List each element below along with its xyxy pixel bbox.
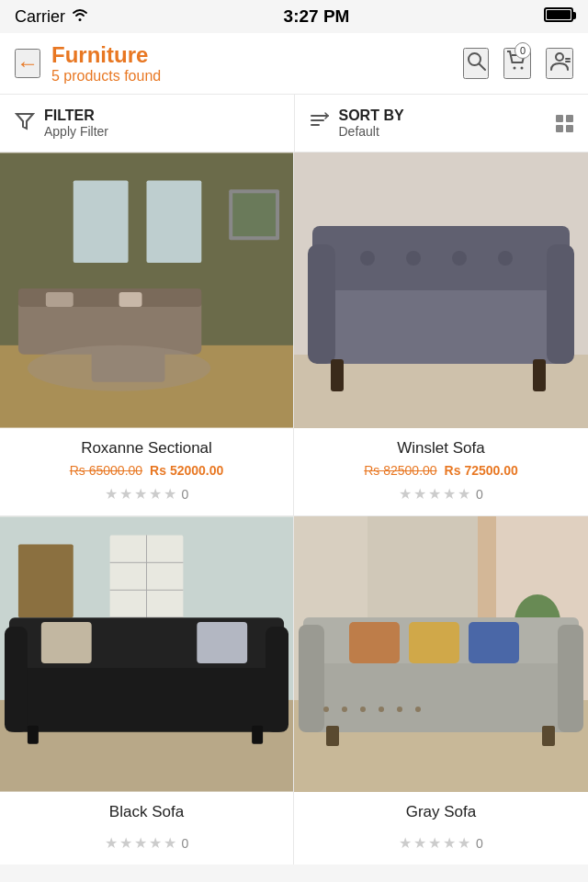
carrier-text: Carrier [15, 7, 89, 27]
product-image [0, 516, 293, 792]
product-image [294, 153, 588, 428]
svg-rect-48 [266, 627, 288, 732]
product-rating: ★ ★ ★ ★ ★ 0 [9, 834, 284, 852]
svg-rect-20 [46, 292, 74, 307]
svg-point-31 [498, 251, 513, 266]
filter-sort-bar: FILTER Apply Filter SORT BY Default [0, 95, 588, 153]
original-price: Rs 82500.00 [364, 463, 436, 478]
cart-button[interactable]: 0 [503, 48, 531, 79]
svg-point-69 [397, 707, 402, 712]
svg-line-1 [480, 64, 486, 71]
user-button[interactable] [546, 48, 573, 79]
svg-rect-27 [312, 226, 570, 290]
svg-rect-73 [469, 622, 519, 663]
back-button[interactable]: ← [15, 49, 40, 78]
svg-point-28 [360, 251, 375, 266]
svg-rect-45 [9, 659, 284, 732]
svg-point-3 [521, 67, 524, 70]
cart-badge: 0 [514, 42, 531, 59]
sort-label: SORT BY [339, 107, 548, 124]
svg-point-66 [342, 707, 347, 712]
svg-rect-75 [542, 726, 555, 746]
svg-rect-15 [147, 180, 202, 263]
svg-rect-43 [18, 544, 74, 617]
search-button[interactable] [463, 48, 489, 79]
filter-label: FILTER [44, 107, 279, 124]
svg-point-4 [556, 53, 563, 61]
product-card[interactable]: Black Sofa ★ ★ ★ ★ ★ 0 [0, 516, 294, 865]
svg-point-2 [514, 67, 516, 70]
page-title: Furniture [51, 42, 161, 68]
svg-rect-49 [41, 622, 92, 663]
svg-point-65 [323, 707, 329, 712]
star-4: ★ [149, 485, 162, 503]
svg-rect-52 [252, 726, 263, 744]
svg-rect-51 [28, 726, 39, 744]
status-time: 3:27 PM [284, 6, 350, 27]
svg-point-68 [379, 707, 384, 712]
svg-rect-21 [119, 292, 142, 307]
star-3: ★ [134, 485, 147, 503]
product-name: Black Sofa [9, 803, 284, 821]
product-image [294, 516, 588, 792]
svg-point-67 [360, 707, 366, 712]
product-name: Roxanne Sectional [9, 439, 284, 458]
sort-sub: Default [339, 124, 548, 139]
product-rating: ★ ★ ★ ★ ★ 0 [303, 485, 579, 503]
battery-indicator [544, 7, 573, 26]
grid-toggle-button[interactable] [556, 115, 573, 132]
star-2: ★ [119, 485, 132, 503]
product-rating: ★ ★ ★ ★ ★ 0 [9, 485, 284, 503]
svg-rect-14 [74, 180, 129, 263]
status-bar: Carrier 3:27 PM [0, 0, 588, 33]
svg-point-29 [406, 251, 421, 266]
product-image [0, 153, 293, 428]
svg-rect-72 [409, 622, 459, 663]
svg-rect-35 [533, 359, 546, 391]
filter-sub: Apply Filter [44, 124, 279, 139]
svg-marker-7 [17, 114, 33, 129]
star-1: ★ [105, 485, 118, 503]
page-header: ← Furniture 5 products found 0 [0, 33, 588, 95]
svg-rect-64 [558, 625, 583, 732]
product-card[interactable]: Winslet Sofa Rs 82500.00 Rs 72500.00 ★ ★… [294, 153, 588, 516]
svg-rect-74 [326, 726, 339, 746]
product-name: Winslet Sofa [303, 439, 579, 458]
svg-rect-61 [303, 654, 579, 732]
sort-icon [310, 111, 330, 136]
svg-rect-63 [299, 625, 324, 732]
rating-count: 0 [476, 487, 483, 502]
filter-section[interactable]: FILTER Apply Filter [0, 95, 295, 152]
wifi-icon [71, 7, 89, 27]
sale-price: Rs 52000.00 [150, 463, 223, 478]
product-name: Gray Sofa [303, 803, 579, 821]
products-found: 5 products found [51, 68, 161, 85]
sort-section[interactable]: SORT BY Default [295, 95, 589, 152]
original-price: Rs 65000.00 [70, 463, 142, 478]
rating-count: 0 [182, 487, 189, 502]
svg-rect-47 [5, 627, 28, 732]
svg-rect-34 [331, 359, 344, 391]
svg-rect-26 [312, 281, 570, 364]
svg-point-30 [452, 251, 467, 266]
svg-rect-71 [349, 622, 400, 663]
svg-rect-33 [547, 244, 574, 364]
product-card[interactable]: Roxanne Sectional Rs 65000.00 Rs 52000.0… [0, 153, 294, 516]
filter-icon [15, 111, 35, 136]
svg-rect-32 [308, 244, 335, 364]
svg-rect-23 [232, 193, 276, 236]
product-rating: ★ ★ ★ ★ ★ 0 [303, 834, 579, 852]
svg-point-70 [415, 707, 421, 712]
svg-rect-50 [197, 622, 247, 663]
product-grid: Roxanne Sectional Rs 65000.00 Rs 52000.0… [0, 153, 588, 865]
svg-point-19 [28, 345, 210, 391]
rating-count: 0 [476, 836, 483, 851]
star-5: ★ [164, 485, 176, 503]
product-card[interactable]: Gray Sofa ★ ★ ★ ★ ★ 0 [294, 516, 588, 865]
sale-price: Rs 72500.00 [445, 463, 518, 478]
rating-count: 0 [182, 836, 189, 851]
